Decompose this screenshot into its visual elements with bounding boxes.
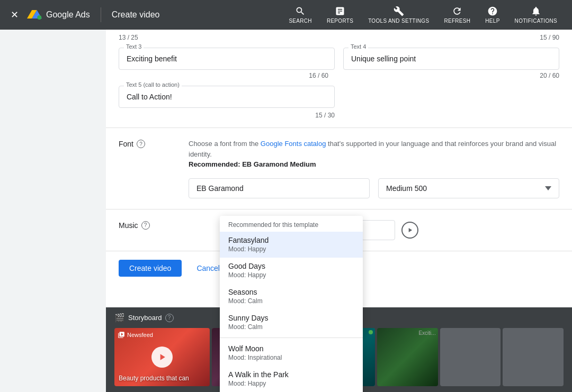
music-item-wolfmoon[interactable]: Wolf Moon Mood: Inspirational — [220, 340, 363, 366]
font-description: Choose a font from the Google Fonts cata… — [189, 139, 559, 170]
tools-icon — [394, 6, 404, 16]
dropdown-divider — [220, 338, 363, 338]
font-help-icon[interactable]: ? — [137, 140, 145, 148]
storyboard-thumb6 — [440, 328, 501, 386]
font-recommended-value: EB Garamond Medium — [242, 160, 316, 168]
video-bottom-label: Beauty products that can — [119, 375, 205, 382]
font-weight-select[interactable]: Thin 100 Light 300 Regular 400 Medium 50… — [378, 178, 559, 198]
music-item-seasons[interactable]: Seasons Mood: Calm — [220, 284, 363, 309]
font-name-input[interactable] — [189, 178, 370, 198]
thumb5-text: Exciti... — [418, 330, 435, 336]
text-counters-row: 16 / 60 20 / 60 — [119, 72, 559, 79]
music-item-fantasyland[interactable]: Fantasyland Mood: Happy — [220, 232, 363, 258]
music-item-sunnydays-mood: Mood: Calm — [228, 323, 354, 331]
tools-action[interactable]: TOOLS AND SETTINGS — [362, 3, 435, 27]
refresh-icon — [452, 6, 462, 16]
page-title: Create video — [112, 10, 160, 20]
text-inputs-row: Text 3 Text 4 — [119, 48, 559, 70]
help-icon — [487, 6, 498, 16]
brand-name: Google Ads — [46, 10, 90, 20]
create-video-button[interactable]: Create video — [119, 260, 182, 277]
music-label: Music ? — [119, 220, 182, 230]
refresh-label: REFRESH — [444, 18, 470, 24]
help-action[interactable]: HELP — [479, 3, 506, 27]
music-item-walkinthepark-mood: Mood: Happy — [228, 380, 354, 387]
font-header: Font ? Choose a font from the Google Fon… — [106, 128, 572, 178]
nav-divider — [101, 7, 101, 22]
notifications-icon — [531, 6, 541, 16]
font-inputs-row: Thin 100 Light 300 Regular 400 Medium 50… — [106, 178, 572, 209]
newsfeed-text: Newsfeed — [127, 332, 153, 338]
search-action[interactable]: SEARCH — [282, 3, 318, 27]
left-sidebar — [0, 30, 106, 392]
text4-top-counter: 15 / 90 — [540, 34, 559, 41]
font-section: Font ? Choose a font from the Google Fon… — [106, 128, 572, 209]
music-item-gooddays-name: Good Days — [228, 262, 354, 270]
music-item-fantasyland-mood: Mood: Happy — [228, 245, 354, 253]
search-label: SEARCH — [289, 18, 311, 24]
text-inputs-section: Text 3 Text 4 16 / 60 20 / 60 Text 5 (ca… — [106, 41, 572, 127]
music-item-fantasyland-name: Fantasyland — [228, 236, 354, 244]
storyboard-film-icon: 🎬 — [114, 313, 125, 323]
text4-counter: 20 / 60 — [350, 72, 559, 79]
music-item-seasons-name: Seasons — [228, 288, 354, 296]
video-play-circle[interactable] — [151, 347, 173, 368]
text5-input[interactable] — [119, 86, 335, 108]
play-icon — [406, 226, 414, 234]
refresh-action[interactable]: REFRESH — [437, 3, 477, 27]
close-icon[interactable]: ✕ — [8, 7, 21, 23]
notifications-action[interactable]: NOTIFICATIONS — [508, 3, 564, 27]
font-recommended-label: Recommended: — [189, 160, 240, 168]
music-item-gooddays-mood: Mood: Happy — [228, 271, 354, 279]
svg-point-2 — [37, 15, 41, 20]
music-item-sunnydays[interactable]: Sunny Days Mood: Calm — [220, 309, 363, 335]
text4-label: Text 4 — [348, 43, 368, 50]
nav-actions: SEARCH REPORTS TOOLS AND SETTINGS REFRES… — [282, 3, 564, 27]
music-item-wolfmoon-mood: Mood: Inspirational — [228, 354, 354, 361]
reports-label: REPORTS — [327, 18, 353, 24]
video-play-icon — [157, 352, 167, 362]
text4-group: Text 4 — [343, 48, 559, 70]
help-label: HELP — [485, 18, 499, 24]
text3-label: Text 3 — [124, 43, 144, 50]
top-counters: 13 / 25 15 / 90 — [106, 30, 572, 41]
thumb4-indicator — [369, 330, 373, 334]
director-icon — [118, 331, 125, 339]
text5-group: Text 5 (call to action) — [119, 86, 335, 108]
music-item-walkinthepark-name: A Walk in the Park — [228, 370, 354, 379]
music-item-seasons-mood: Mood: Calm — [228, 297, 354, 305]
reports-icon — [335, 6, 345, 16]
music-item-wolfmoon-name: Wolf Moon — [228, 344, 354, 353]
storyboard-thumb7 — [503, 328, 564, 386]
newsfeed-label-container: Newsfeed — [118, 331, 153, 339]
dropdown-header: Recommended for this template — [220, 216, 363, 232]
google-fonts-link[interactable]: Google Fonts catalog — [261, 140, 326, 148]
music-item-walkinthepark[interactable]: A Walk in the Park Mood: Happy — [220, 366, 363, 392]
storyboard-thumb5: Exciti... — [377, 328, 438, 386]
text3-input[interactable] — [119, 48, 335, 70]
music-item-sunnydays-name: Sunny Days — [228, 314, 354, 322]
google-ads-icon — [27, 7, 42, 22]
reports-action[interactable]: REPORTS — [320, 3, 360, 27]
text5-section: Text 5 (call to action) 15 / 30 — [119, 86, 559, 119]
search-icon — [295, 6, 306, 16]
brand-logo: Google Ads — [27, 7, 90, 22]
text5-input-row: Text 5 (call to action) — [119, 86, 559, 108]
music-dropdown: Recommended for this template Fantasylan… — [220, 216, 363, 392]
music-help-icon[interactable]: ? — [141, 221, 150, 230]
storyboard-help-icon[interactable]: ? — [165, 314, 174, 322]
top-navigation: ✕ Google Ads Create video SEARCH REPORTS… — [0, 0, 572, 30]
text3-counter: 16 / 60 — [119, 72, 328, 79]
text5-counter: 15 / 30 — [315, 112, 335, 119]
text3-top-counter: 13 / 25 — [119, 34, 138, 41]
music-item-gooddays[interactable]: Good Days Mood: Happy — [220, 258, 363, 284]
notifications-label: NOTIFICATIONS — [515, 18, 557, 24]
storyboard-main-thumb: Newsfeed Beauty products that can — [114, 328, 210, 386]
font-label: Font ? — [119, 139, 182, 148]
text5-label: Text 5 (call to action) — [124, 81, 182, 88]
music-play-button[interactable] — [401, 222, 418, 239]
storyboard-label: Storyboard — [128, 314, 162, 322]
tools-label: TOOLS AND SETTINGS — [368, 18, 429, 24]
font-desc-prefix: Choose a font from the — [189, 140, 261, 148]
text4-input[interactable] — [343, 48, 559, 70]
